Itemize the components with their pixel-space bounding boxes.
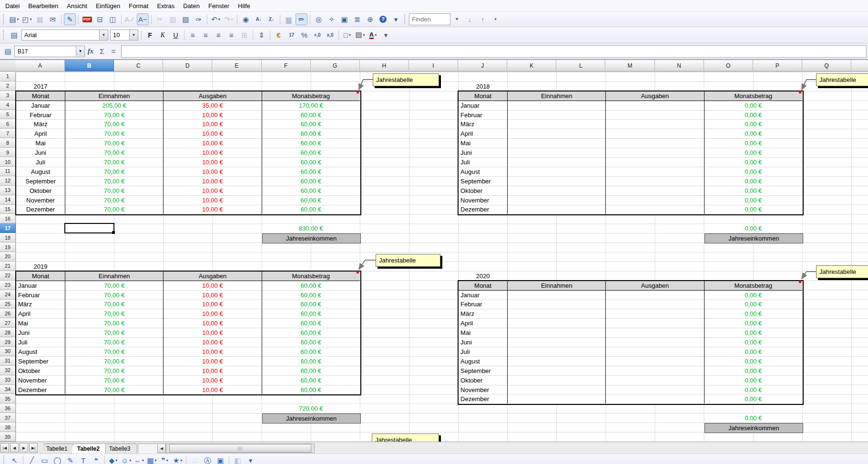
symbol-shapes-dropdown-icon[interactable]: ▾ [129,459,131,463]
clone-formatting-button[interactable]: ✑ [193,13,204,25]
row-header-18[interactable]: 18 [0,233,16,242]
menu-extras[interactable]: Extras [153,1,179,11]
menu-ansicht[interactable]: Ansicht [62,1,92,11]
callout-shapes-dropdown-icon[interactable]: ▾ [166,459,168,463]
year-title-2019[interactable]: 2019 [16,262,65,271]
row-header-19[interactable]: 19 [0,242,16,252]
open-button[interactable]: ◰▾ [21,13,33,25]
jahres-total-cell[interactable]: 0,00 € [705,224,802,233]
underline-button[interactable]: U [170,29,182,41]
row-header-16[interactable]: 16 [0,214,16,223]
align-left-button[interactable]: ≡ [187,29,199,41]
menu-fenster[interactable]: Fenster [204,1,234,11]
row-header-25[interactable]: 25 [0,300,16,309]
row-header-12[interactable]: 12 [0,176,16,186]
drawing-toolbar-handle[interactable] [3,455,6,464]
row-header-1[interactable]: 1 [0,72,16,81]
page-preview-button[interactable]: ◫ [107,13,119,25]
row-header-20[interactable]: 20 [0,252,16,262]
sort-descending-button[interactable]: Z↓ [266,13,277,25]
equals-button[interactable]: = [108,46,119,57]
select-all-corner[interactable] [0,60,16,71]
insert-from-file-button[interactable]: ▣ [214,454,226,464]
find-up-button[interactable]: ↑ [477,13,489,25]
row-header-4[interactable]: 4 [0,101,16,110]
navigator-button[interactable]: ✧ [326,13,337,25]
first-sheet-button[interactable]: |◀ [0,443,9,453]
row-header-7[interactable]: 7 [0,129,16,138]
row-header-21[interactable]: 21 [0,262,16,271]
background-color-dropdown-icon[interactable]: ▾ [363,33,365,37]
sheet-tab-tabelle1[interactable]: Tabelle1 [40,444,74,454]
row-header-27[interactable]: 27 [0,318,16,328]
font-size-dropdown-icon[interactable]: ▼ [129,30,138,40]
rectangle-button[interactable]: ▭ [39,454,51,464]
column-header-D[interactable]: D [163,60,212,71]
jahrestabelle-note[interactable]: Jahrestabelle [373,73,439,86]
row-header-3[interactable]: 3 [0,91,16,101]
row-header-5[interactable]: 5 [0,110,16,120]
column-header-B[interactable]: B [65,60,114,71]
column-header-N[interactable]: N [655,60,704,71]
hyperlink-button[interactable]: ◉ [240,13,252,25]
find-toolbar-handle[interactable] [404,14,407,24]
formula-input-line[interactable] [121,45,867,58]
jahrestabelle-note[interactable]: Jahrestabelle [376,254,440,267]
menu-bearbeiten[interactable]: Bearbeiten [24,1,62,11]
find-input[interactable] [409,13,450,25]
row-header-13[interactable]: 13 [0,186,16,195]
align-right-button[interactable]: ≡ [213,29,225,41]
name-box[interactable]: B17 ▼ [14,46,85,57]
formatting-toolbar-handle[interactable] [3,30,6,40]
row-header-39[interactable]: 39 [0,432,16,442]
scroll-left-button[interactable]: ◀ [157,444,166,453]
row-header-15[interactable]: 15 [0,205,16,214]
sheet-tab-tabelle3[interactable]: Tabelle3 [103,444,137,454]
font-color-button[interactable]: A▾ [367,29,379,41]
find-overflow-icon[interactable]: ▾ [490,13,501,25]
column-header-P[interactable]: P [753,60,802,71]
print-button[interactable]: ⊟ [94,13,106,25]
column-header-O[interactable]: O [704,60,753,71]
background-color-button[interactable]: ▨▾ [354,29,366,41]
jahres-total-cell[interactable]: 0,00 € [705,414,802,423]
function-wizard-button[interactable]: fx [85,46,96,57]
row-header-28[interactable]: 28 [0,328,16,337]
jahreseinkommen-label[interactable]: Jahreseinkommen [705,233,803,243]
row-header-35[interactable]: 35 [0,394,16,403]
name-box-dropdown-icon[interactable]: ▼ [76,47,84,56]
row-header-32[interactable]: 32 [0,366,16,375]
sum-button[interactable]: Σ [96,46,108,57]
align-center-button[interactable]: ≡ [200,29,212,41]
row-header-30[interactable]: 30 [0,347,16,356]
help-button[interactable]: ? [377,13,389,25]
line-spacing-button[interactable]: ⇕ [255,29,267,41]
scrollbar-track[interactable]: ||| [166,444,315,453]
column-header-A[interactable]: A [16,60,65,71]
toolbar-handle[interactable] [3,14,6,24]
ellipse-button[interactable]: ◯ [51,454,63,464]
row-header-24[interactable]: 24 [0,290,16,300]
overflow-icon[interactable]: ▾ [245,454,256,464]
redo-dropdown-icon[interactable]: ▾ [231,18,233,21]
flowchart-button[interactable]: ▦▾ [146,454,158,464]
row-header-2[interactable]: 2 [0,81,16,91]
paste-button[interactable]: ▨ [180,13,192,25]
row-header-22[interactable]: 22 [0,271,16,281]
menu-daten[interactable]: Daten [179,1,204,11]
symbol-shapes-button[interactable]: ☺▾ [120,454,132,464]
stars-button[interactable]: ★▾ [172,454,184,464]
menu-format[interactable]: Format [124,1,153,11]
font-color-dropdown-icon[interactable]: ▾ [375,33,377,37]
next-sheet-button[interactable]: ▶ [20,443,28,453]
horizontal-scrollbar[interactable]: ◀ ||| [157,444,315,453]
currency-format-button[interactable]: € [273,29,285,41]
jahreseinkommen-label[interactable]: Jahreseinkommen [262,233,361,243]
row-header-11[interactable]: 11 [0,167,16,176]
jahres-total-cell[interactable]: 830,00 € [262,224,360,233]
row-header-33[interactable]: 33 [0,375,16,385]
jahrestabelle-note[interactable]: Jahrestabelle [816,265,868,278]
year-title-2018[interactable]: 2018 [459,82,507,91]
jahrestabelle-note[interactable]: Jahrestabelle [816,73,868,86]
edit-file-button[interactable]: ✎ [64,13,76,25]
